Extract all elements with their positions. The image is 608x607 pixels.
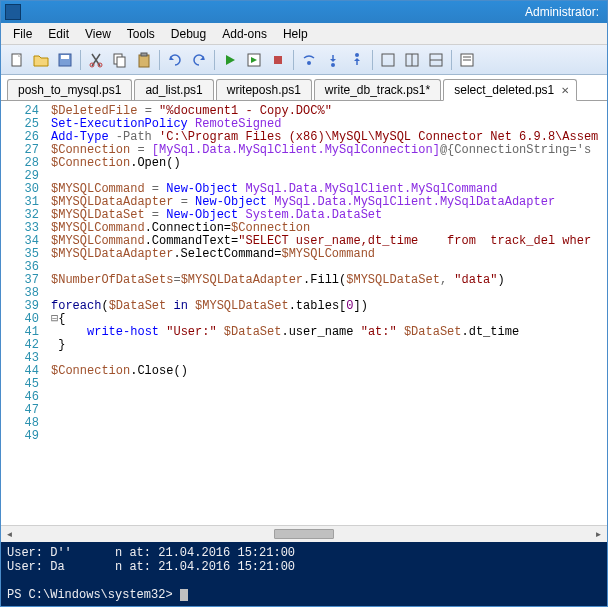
scroll-track[interactable] [18, 526, 590, 542]
svg-rect-8 [141, 53, 147, 56]
tab-select-deleted[interactable]: select_deleted.ps1✕ [443, 79, 577, 101]
show-script-pane-max-button[interactable] [425, 49, 447, 71]
toolbar [1, 45, 607, 75]
menu-addons[interactable]: Add-ons [214, 25, 275, 43]
scroll-left-arrow[interactable]: ◄ [1, 526, 18, 543]
menu-tools[interactable]: Tools [119, 25, 163, 43]
console-pane[interactable]: User: D'' n at: 21.04.2016 15:21:00 User… [1, 542, 607, 606]
svg-rect-10 [274, 56, 282, 64]
tab-label: select_deleted.ps1 [454, 83, 554, 97]
tab-write-db-track[interactable]: write_db_track.ps1* [314, 79, 441, 100]
svg-rect-14 [382, 54, 394, 66]
run-script-button[interactable] [219, 49, 241, 71]
code-editor[interactable]: 24 25 26 27 28 29 30 31 32 33 34 35 36 3… [1, 101, 607, 525]
tab-ad-list[interactable]: ad_list.ps1 [134, 79, 213, 100]
show-command-addon-button[interactable] [377, 49, 399, 71]
show-command-window-button[interactable] [456, 49, 478, 71]
svg-point-11 [307, 61, 311, 65]
toolbar-separator [451, 50, 452, 70]
run-selection-button[interactable] [243, 49, 265, 71]
menu-debug[interactable]: Debug [163, 25, 214, 43]
show-script-pane-button[interactable] [401, 49, 423, 71]
toolbar-separator [214, 50, 215, 70]
line-number-gutter: 24 25 26 27 28 29 30 31 32 33 34 35 36 3… [1, 101, 45, 525]
copy-button[interactable] [109, 49, 131, 71]
app-icon [5, 4, 21, 20]
undo-button[interactable] [164, 49, 186, 71]
step-out-button[interactable] [346, 49, 368, 71]
toolbar-separator [80, 50, 81, 70]
tab-writeposh[interactable]: writeposh.ps1 [216, 79, 312, 100]
open-button[interactable] [30, 49, 52, 71]
new-button[interactable] [6, 49, 28, 71]
redo-button[interactable] [188, 49, 210, 71]
svg-rect-7 [139, 55, 149, 67]
toolbar-separator [372, 50, 373, 70]
window-title: Administrator: [25, 5, 603, 19]
horizontal-scrollbar[interactable]: ◄ ► [1, 525, 607, 542]
scroll-thumb[interactable] [274, 529, 334, 539]
step-over-button[interactable] [298, 49, 320, 71]
stop-button[interactable] [267, 49, 289, 71]
save-button[interactable] [54, 49, 76, 71]
step-into-button[interactable] [322, 49, 344, 71]
scroll-right-arrow[interactable]: ► [590, 526, 607, 543]
toolbar-separator [159, 50, 160, 70]
tab-bar: posh_to_mysql.ps1 ad_list.ps1 writeposh.… [1, 75, 607, 101]
svg-point-13 [355, 53, 359, 57]
menu-help[interactable]: Help [275, 25, 316, 43]
paste-button[interactable] [133, 49, 155, 71]
menu-bar: File Edit View Tools Debug Add-ons Help [1, 23, 607, 45]
window-titlebar: Administrator: [1, 1, 607, 23]
cut-button[interactable] [85, 49, 107, 71]
svg-rect-2 [61, 55, 69, 59]
svg-rect-6 [117, 57, 125, 67]
toolbar-separator [293, 50, 294, 70]
code-area[interactable]: $DeletedFile = "%document1 - Copy.DOC%" … [45, 101, 607, 525]
menu-view[interactable]: View [77, 25, 119, 43]
svg-point-12 [331, 63, 335, 67]
tab-posh-to-mysql[interactable]: posh_to_mysql.ps1 [7, 79, 132, 100]
menu-edit[interactable]: Edit [40, 25, 77, 43]
menu-file[interactable]: File [5, 25, 40, 43]
tab-close-button[interactable]: ✕ [558, 83, 572, 97]
